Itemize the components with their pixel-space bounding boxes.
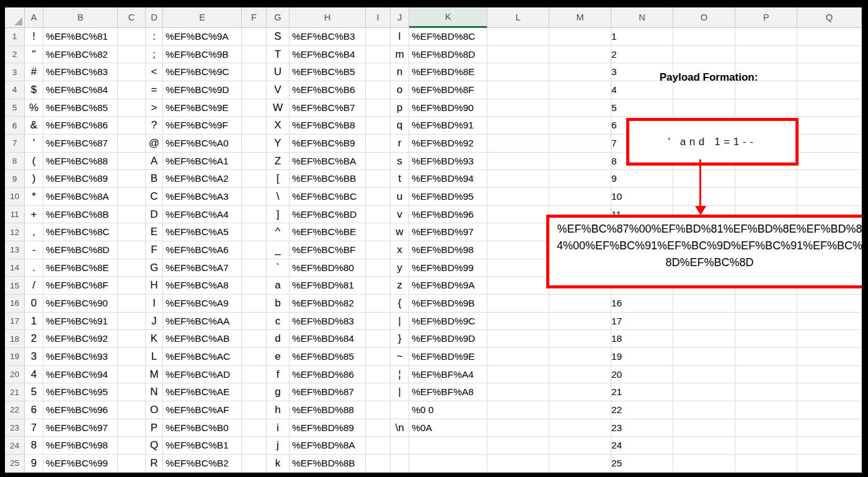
cell-F23[interactable]	[242, 419, 267, 437]
column-header-P[interactable]: P	[735, 7, 797, 28]
cell-C11[interactable]	[118, 206, 146, 224]
cell-E12[interactable]: %EF%BC%A5	[163, 223, 242, 241]
cell-J14[interactable]: y	[391, 259, 409, 277]
cell-D2[interactable]: ;	[146, 46, 163, 64]
cell-L22[interactable]	[487, 401, 549, 419]
row-header-17[interactable]: 17	[5, 313, 25, 331]
cell-G12[interactable]: ^	[267, 223, 290, 241]
cell-I2[interactable]	[366, 46, 391, 64]
cell-K5[interactable]: %EF%BD%90	[409, 99, 487, 117]
row-header-20[interactable]: 20	[5, 366, 25, 384]
cell-J23[interactable]: \n	[391, 419, 409, 437]
cell-H4[interactable]: %EF%BC%B6	[290, 81, 366, 99]
cell-I16[interactable]	[366, 295, 391, 313]
cell-M7[interactable]	[549, 135, 611, 153]
cell-A7[interactable]: '	[25, 135, 43, 153]
cell-G21[interactable]: g	[267, 383, 290, 401]
cell-M16[interactable]	[549, 295, 611, 313]
cell-B24[interactable]: %EF%BC%98	[43, 437, 118, 455]
cell-P16[interactable]	[735, 295, 797, 313]
cell-G3[interactable]: U	[267, 63, 290, 81]
cell-E24[interactable]: %EF%BC%B1	[163, 437, 242, 455]
cell-O25[interactable]	[673, 455, 735, 473]
cell-H19[interactable]: %EF%BD%85	[290, 348, 366, 366]
cell-F7[interactable]	[242, 135, 267, 153]
column-header-C[interactable]: C	[118, 7, 146, 28]
cell-A6[interactable]: &	[25, 117, 43, 135]
cell-B20[interactable]: %EF%BC%94	[43, 366, 118, 384]
cell-L15[interactable]	[487, 277, 549, 295]
cell-F20[interactable]	[242, 366, 267, 384]
cell-J20[interactable]: ¦	[391, 366, 409, 384]
cell-L4[interactable]	[487, 81, 549, 99]
cell-A4[interactable]: $	[25, 81, 43, 99]
cell-J13[interactable]: x	[391, 241, 409, 259]
cell-G17[interactable]: c	[267, 313, 290, 331]
cell-A23[interactable]: 7	[25, 419, 43, 437]
cell-K2[interactable]: %EF%BD%8D	[409, 46, 487, 64]
cell-C7[interactable]	[118, 135, 146, 153]
cell-Q18[interactable]	[797, 330, 862, 348]
cell-O17[interactable]	[673, 313, 735, 331]
column-header-D[interactable]: D	[146, 7, 163, 28]
cell-M19[interactable]	[549, 348, 611, 366]
cell-E1[interactable]: %EF%BC%9A	[163, 28, 242, 46]
cell-N17[interactable]: 17	[611, 313, 673, 331]
cell-L7[interactable]	[487, 135, 549, 153]
cell-E22[interactable]: %EF%BC%AF	[163, 401, 242, 419]
cell-I4[interactable]	[366, 81, 391, 99]
cell-I8[interactable]	[366, 153, 391, 171]
cell-H8[interactable]: %EF%BC%BA	[290, 153, 366, 171]
cell-K14[interactable]: %EF%BD%99	[409, 259, 487, 277]
cell-J19[interactable]: ~	[391, 348, 409, 366]
cell-P2[interactable]	[735, 46, 797, 64]
column-header-I[interactable]: I	[366, 7, 391, 28]
cell-G11[interactable]: ]	[267, 206, 290, 224]
cell-J22[interactable]	[391, 401, 409, 419]
cell-N18[interactable]: 18	[611, 330, 673, 348]
cell-K21[interactable]: %EF%BF%A8	[409, 383, 487, 401]
cell-K20[interactable]: %EF%BF%A4	[409, 366, 487, 384]
cell-J15[interactable]: z	[391, 277, 409, 295]
cell-G6[interactable]: X	[267, 117, 290, 135]
cell-D1[interactable]: :	[146, 28, 163, 46]
cell-H5[interactable]: %EF%BC%B7	[290, 99, 366, 117]
cell-K19[interactable]: %EF%BD%9E	[409, 348, 487, 366]
row-header-25[interactable]: 25	[5, 455, 25, 473]
cell-E14[interactable]: %EF%BC%A7	[163, 259, 242, 277]
cell-C19[interactable]	[118, 348, 146, 366]
cell-A10[interactable]: *	[25, 188, 43, 206]
row-header-11[interactable]: 11	[5, 206, 25, 224]
cell-O23[interactable]	[673, 419, 735, 437]
cell-J11[interactable]: v	[391, 206, 409, 224]
cell-E11[interactable]: %EF%BC%A4	[163, 206, 242, 224]
cell-B8[interactable]: %EF%BC%88	[43, 153, 118, 171]
cell-O10[interactable]	[673, 188, 735, 206]
cell-J6[interactable]: q	[391, 117, 409, 135]
cell-L9[interactable]	[487, 170, 549, 188]
column-header-O[interactable]: O	[673, 7, 735, 28]
cell-I7[interactable]	[366, 135, 391, 153]
cell-M4[interactable]	[549, 81, 611, 99]
cell-J25[interactable]	[391, 455, 409, 473]
cell-L17[interactable]	[487, 313, 549, 331]
cell-P21[interactable]	[735, 383, 797, 401]
cell-P22[interactable]	[735, 401, 797, 419]
cell-E5[interactable]: %EF%BC%9E	[163, 99, 242, 117]
column-header-J[interactable]: J	[391, 7, 409, 28]
cell-B7[interactable]: %EF%BC%87	[43, 135, 118, 153]
cell-O9[interactable]	[673, 170, 735, 188]
cell-K15[interactable]: %EF%BD%9A	[409, 277, 487, 295]
cell-N23[interactable]: 23	[611, 419, 673, 437]
cell-L3[interactable]	[487, 63, 549, 81]
cell-B25[interactable]: %EF%BC%99	[43, 455, 118, 473]
cell-P23[interactable]	[735, 419, 797, 437]
cell-A15[interactable]: /	[25, 277, 43, 295]
cell-P19[interactable]	[735, 348, 797, 366]
cell-A8[interactable]: (	[25, 153, 43, 171]
cell-J5[interactable]: p	[391, 99, 409, 117]
cell-O1[interactable]	[673, 28, 735, 46]
cell-I18[interactable]	[366, 330, 391, 348]
cell-D8[interactable]: A	[146, 153, 163, 171]
cell-F15[interactable]	[242, 277, 267, 295]
